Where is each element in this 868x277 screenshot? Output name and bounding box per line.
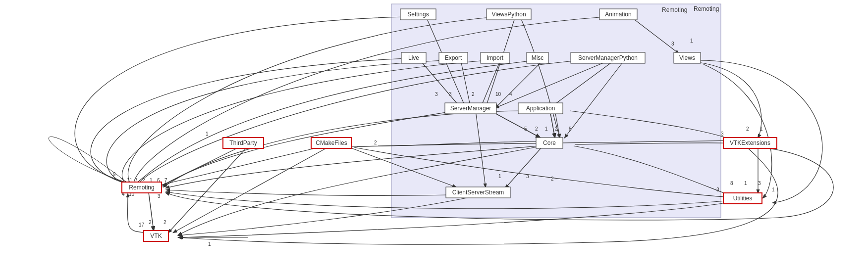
viewspython-label: ViewsPython	[491, 11, 526, 18]
remoting-cluster-label: Remoting	[662, 6, 687, 13]
svg-text:3: 3	[158, 193, 161, 199]
vtkextensions-label: VTKExtensions	[730, 139, 770, 146]
svg-text:7: 7	[164, 178, 167, 183]
svg-text:8: 8	[569, 126, 572, 132]
svg-text:2: 2	[746, 126, 749, 132]
servermanagerpython-label: ServerManagerPython	[578, 54, 638, 61]
svg-text:8: 8	[730, 181, 733, 186]
svg-text:1: 1	[206, 131, 209, 137]
svg-text:3: 3	[758, 181, 761, 186]
utilities-label: Utilities	[733, 195, 753, 202]
application-label: Application	[526, 105, 555, 112]
svg-text:2: 2	[535, 126, 538, 132]
svg-text:1: 1	[744, 181, 747, 186]
svg-text:4: 4	[509, 92, 512, 97]
svg-text:3: 3	[716, 187, 719, 192]
import-label: Import	[487, 54, 504, 61]
servermanager-label: ServerManager	[450, 105, 491, 112]
svg-text:2: 2	[472, 92, 475, 97]
svg-text:1: 1	[760, 126, 763, 132]
cmakefiles-label: CMakeFiles	[316, 139, 347, 146]
svg-text:3: 3	[526, 174, 529, 179]
svg-text:3: 3	[449, 92, 452, 97]
vtk-label: VTK	[150, 232, 162, 239]
svg-text:2: 2	[163, 220, 166, 225]
svg-text:1: 1	[690, 38, 693, 44]
svg-text:Remoting: Remoting	[694, 5, 719, 12]
svg-text:1: 1	[545, 126, 548, 132]
live-label: Live	[408, 54, 419, 61]
misc-label: Misc	[532, 54, 544, 61]
svg-text:17: 17	[139, 222, 145, 228]
animation-label: Animation	[605, 11, 631, 18]
svg-text:2: 2	[555, 126, 558, 132]
svg-text:9: 9	[113, 172, 116, 177]
svg-text:2: 2	[149, 220, 152, 225]
svg-text:10: 10	[495, 92, 501, 97]
export-label: Export	[445, 54, 462, 61]
views-label: Views	[679, 54, 695, 61]
svg-text:1: 1	[208, 241, 211, 247]
remoting-node-label: Remoting	[129, 184, 154, 191]
clientserverstream-label: ClientServerStream	[452, 189, 504, 196]
svg-text:3: 3	[721, 131, 724, 137]
svg-text:3: 3	[671, 41, 674, 46]
settings-label: Settings	[407, 11, 429, 18]
svg-text:5: 5	[524, 126, 527, 132]
thirdparty-label: ThirdParty	[229, 139, 257, 146]
svg-text:1: 1	[772, 187, 775, 192]
svg-text:1: 1	[498, 174, 501, 179]
core-label: Core	[543, 139, 556, 146]
svg-text:3: 3	[435, 92, 438, 97]
svg-text:2: 2	[374, 140, 377, 145]
svg-text:2: 2	[551, 176, 554, 182]
